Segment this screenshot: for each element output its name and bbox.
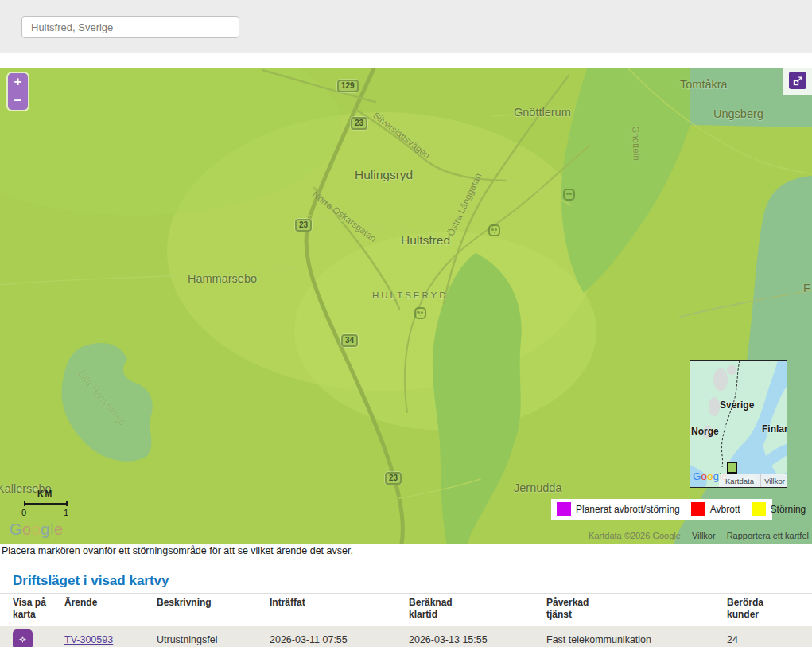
outage-map[interactable]: Tomtåkra Ungsberg Gnöttlerum Hulingsryd …: [0, 68, 812, 544]
logo-letter: o: [32, 520, 41, 538]
terms-link[interactable]: Villkor: [692, 531, 716, 540]
map-copyright: Kartdata ©2026 Google: [589, 531, 681, 540]
map-label-stream: Gnötteln: [631, 126, 642, 161]
expand-icon: [792, 75, 804, 87]
page: Tomtåkra Ungsberg Gnöttlerum Hulingsryd …: [0, 0, 812, 647]
inset-label-sverige: Sverige: [720, 400, 754, 411]
map-label-town: Hultsfred: [401, 233, 450, 247]
logo-letter: g: [713, 470, 720, 482]
case-link[interactable]: TV-300593: [64, 634, 113, 645]
inset-label-finland: Finland: [762, 423, 787, 435]
col-header-visa-pa-karta: Visa på karta: [0, 594, 64, 626]
col-header-arende: Ärende: [64, 594, 157, 626]
road-shield: 23: [351, 117, 367, 130]
legend-swatch-avbrott: [691, 502, 705, 516]
scale-to: 1: [64, 508, 68, 517]
map-legend: Planerat avbrott/störning Avbrott Störni…: [551, 499, 772, 520]
scale-line: [24, 501, 68, 506]
scale-from: 0: [21, 508, 26, 517]
map-label-town: Gnöttlerum: [514, 106, 571, 119]
legend-label: Störning: [771, 504, 806, 515]
show-on-map-button[interactable]: [13, 629, 33, 647]
search-bar: [0, 0, 812, 53]
map-label-town: Jernudda: [514, 481, 561, 494]
cell-kunder: 24: [727, 626, 812, 647]
google-logo[interactable]: Google: [10, 520, 64, 539]
legend-label: Planerat avbrott/störning: [576, 504, 680, 515]
table-header-row: Visa på karta Ärende Beskrivning Inträff…: [0, 594, 812, 626]
logo-letter: o: [701, 470, 708, 482]
col-header-berorda-kunder: Berörda kunder: [727, 594, 812, 626]
search-input[interactable]: [21, 16, 239, 38]
transit-station-icon: [563, 189, 575, 201]
road-shield: 23: [295, 219, 312, 232]
road-shield: 23: [385, 472, 402, 485]
cell-beskrivning: Utrustningsfel: [157, 626, 270, 647]
map-label-town: Ungsberg: [713, 107, 763, 120]
fullscreen-button[interactable]: [789, 72, 806, 89]
map-label-town: Tomtåkra: [680, 78, 728, 91]
map-attribution: Kartdata ©2026 Google Villkor Rapportera…: [589, 531, 809, 540]
logo-letter: g: [41, 520, 50, 538]
cell-intraffat: 2026-03-11 07:55: [270, 626, 409, 647]
logo-letter: o: [22, 520, 32, 538]
col-header-intraffat: Inträffat: [270, 594, 409, 626]
overview-inset-map[interactable]: Sverige Norge Finland Google Kartdata Vi…: [690, 360, 787, 488]
cell-tjanst: Fast telekommunikation: [546, 626, 727, 647]
inset-label-norge: Norge: [691, 426, 719, 437]
zoom-out-button[interactable]: −: [8, 92, 28, 110]
logo-letter: e: [54, 520, 64, 538]
road-shield: 34: [341, 334, 358, 347]
zoom-in-button[interactable]: +: [8, 73, 28, 92]
col-header-paverkad-tjanst: Påverkad tjänst: [546, 594, 727, 626]
map-label-town: Hulingsryd: [355, 168, 413, 182]
legend-swatch-planerat: [557, 502, 571, 516]
road-shield: 129: [337, 80, 359, 92]
scale-unit: KM: [37, 489, 53, 498]
compass-locate-icon: [17, 633, 28, 646]
logo-letter: o: [707, 470, 713, 482]
transit-station-icon: [488, 224, 500, 236]
transit-station-icon: [414, 307, 426, 319]
map-label-town: Hammarsebo: [188, 272, 257, 285]
legend-label: Avbrott: [710, 504, 740, 515]
inset-viewport-marker: [727, 462, 737, 474]
inset-kartdata-label: Kartdata: [719, 474, 761, 488]
inset-terms-link[interactable]: Villkor: [761, 474, 787, 488]
table-row: TV-300593 Utrustningsfel 2026-03-11 07:5…: [0, 626, 812, 647]
section-title: Driftsläget i visad kartvy: [13, 573, 169, 589]
map-caption: Placera markören ovanför ett störningsom…: [2, 545, 353, 556]
zoom-controls: + −: [8, 73, 28, 110]
logo-letter: G: [10, 520, 22, 538]
incidents-table: Visa på karta Ärende Beskrivning Inträff…: [0, 593, 812, 647]
map-label-town: F: [803, 282, 810, 294]
logo-letter: G: [693, 470, 701, 482]
col-header-beskrivning: Beskrivning: [157, 594, 270, 626]
legend-swatch-storning: [752, 502, 766, 516]
report-map-error-link[interactable]: Rapportera ett kartfel: [727, 531, 809, 540]
col-header-beraknad-klartid: Beräknad klartid: [409, 594, 546, 626]
cell-klartid: 2026-03-13 15:55: [409, 626, 546, 647]
map-label-town: HULTSERYD: [372, 290, 449, 300]
